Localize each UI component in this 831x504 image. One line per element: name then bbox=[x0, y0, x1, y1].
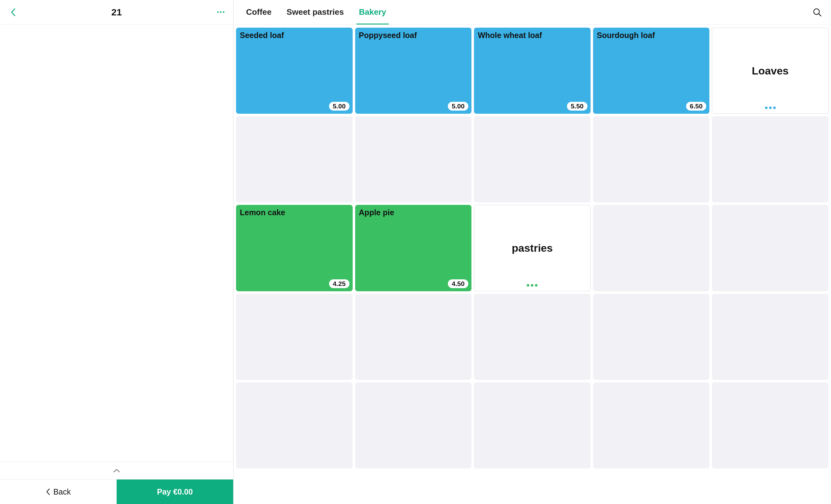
empty-tile bbox=[355, 116, 472, 202]
chevron-up-icon bbox=[113, 469, 120, 473]
product-grid-wrap: Seeded loaf5.00Poppyseed loaf5.00Whole w… bbox=[233, 25, 831, 504]
product-name: Poppyseed loaf bbox=[359, 31, 468, 40]
category-label: pastries bbox=[512, 242, 552, 254]
empty-tile bbox=[593, 382, 710, 469]
tab-sweet-pastries[interactable]: Sweet pastries bbox=[287, 0, 344, 24]
tab-bakery[interactable]: Bakery bbox=[359, 0, 386, 24]
product-tile[interactable]: Whole wheat loaf5.50 bbox=[474, 28, 591, 114]
order-sidebar: 21 Back Pay €0.00 bbox=[0, 0, 233, 504]
empty-tile bbox=[712, 294, 829, 380]
empty-tile bbox=[593, 294, 710, 380]
empty-tile bbox=[712, 205, 829, 291]
order-items-area bbox=[0, 25, 233, 462]
product-price: 5.50 bbox=[567, 102, 588, 111]
category-tile[interactable]: pastries bbox=[474, 205, 591, 291]
search-button[interactable] bbox=[811, 6, 824, 19]
sidebar-footer: Back Pay €0.00 bbox=[0, 462, 233, 504]
empty-tile bbox=[355, 294, 472, 380]
category-tabs: Coffee Sweet pastries Bakery bbox=[246, 0, 386, 24]
product-tile[interactable]: Lemon cake4.25 bbox=[236, 205, 353, 291]
product-tile[interactable]: Apple pie4.50 bbox=[355, 205, 472, 291]
empty-tile bbox=[355, 382, 472, 469]
pay-button-label: Pay €0.00 bbox=[157, 487, 193, 497]
search-icon bbox=[813, 8, 822, 17]
product-name: Seeded loaf bbox=[240, 31, 349, 40]
product-price: 6.50 bbox=[686, 102, 707, 111]
topbar: Coffee Sweet pastries Bakery bbox=[233, 0, 831, 25]
product-price: 5.00 bbox=[448, 102, 468, 111]
empty-tile bbox=[712, 116, 829, 202]
product-name: Apple pie bbox=[359, 208, 468, 217]
sidebar-header: 21 bbox=[0, 0, 233, 25]
empty-tile bbox=[474, 116, 591, 202]
empty-tile bbox=[236, 294, 353, 380]
empty-tile bbox=[474, 382, 591, 469]
collapse-toggle[interactable] bbox=[0, 462, 233, 479]
empty-tile bbox=[236, 116, 353, 202]
sidebar-back-icon[interactable] bbox=[9, 8, 18, 17]
product-price: 5.00 bbox=[329, 102, 349, 111]
tab-coffee[interactable]: Coffee bbox=[246, 0, 271, 24]
empty-tile bbox=[593, 116, 710, 202]
order-number: 21 bbox=[0, 7, 233, 18]
product-name: Sourdough loaf bbox=[597, 31, 706, 40]
product-name: Lemon cake bbox=[240, 208, 349, 217]
back-button-label: Back bbox=[53, 487, 71, 497]
pay-button[interactable]: Pay €0.00 bbox=[117, 479, 233, 504]
product-tile[interactable]: Sourdough loaf6.50 bbox=[593, 28, 710, 114]
product-price: 4.25 bbox=[329, 279, 349, 288]
chevron-left-icon bbox=[46, 488, 50, 495]
empty-tile bbox=[474, 294, 591, 380]
back-button[interactable]: Back bbox=[0, 479, 117, 504]
product-name: Whole wheat loaf bbox=[478, 31, 587, 40]
category-tile[interactable]: Loaves bbox=[712, 28, 829, 114]
more-icon[interactable] bbox=[217, 11, 224, 13]
product-tile[interactable]: Poppyseed loaf5.00 bbox=[355, 28, 472, 114]
product-tile[interactable]: Seeded loaf5.00 bbox=[236, 28, 353, 114]
empty-tile bbox=[712, 382, 829, 469]
product-grid: Seeded loaf5.00Poppyseed loaf5.00Whole w… bbox=[236, 28, 829, 469]
empty-tile bbox=[236, 382, 353, 469]
product-price: 4.50 bbox=[448, 279, 468, 288]
main-area: Coffee Sweet pastries Bakery Seeded loaf… bbox=[233, 0, 831, 504]
category-label: Loaves bbox=[752, 65, 789, 77]
category-dots-icon bbox=[527, 284, 538, 287]
category-dots-icon bbox=[765, 107, 776, 109]
empty-tile bbox=[593, 205, 710, 291]
